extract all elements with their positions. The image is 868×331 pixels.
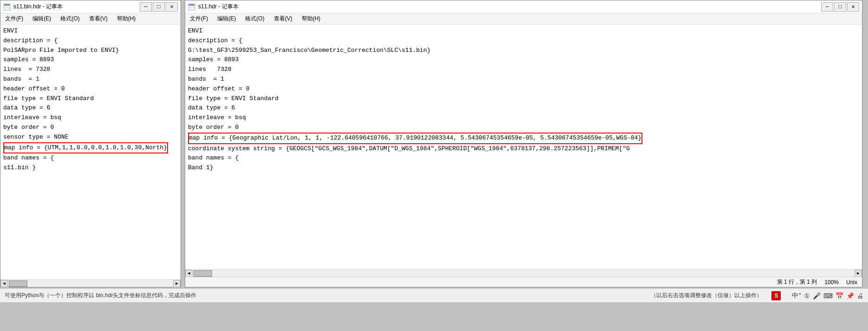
taskbar-icon-mic[interactable]: 🎤	[813, 292, 821, 299]
svg-rect-1	[4, 4, 10, 6]
left-content-area: ENVIdescription = {PolSARpro File Import…	[0, 25, 181, 280]
right-maximize-btn[interactable]: □	[834, 2, 846, 12]
left-scroll-left-arrow[interactable]: ◀	[0, 280, 8, 287]
left-line-5: bands = 1	[3, 75, 178, 84]
right-scrollbar-horizontal[interactable]: ◀ ▶	[185, 269, 862, 277]
right-line-5: bands = 1	[188, 75, 859, 84]
left-line-1: description = {	[3, 36, 178, 46]
left-line-7: file type = ENVI Standard	[3, 94, 178, 104]
right-line-13: band names = {	[188, 153, 859, 163]
right-minimize-btn[interactable]: —	[821, 2, 833, 12]
right-line-7: file type = ENVI Standard	[188, 94, 859, 104]
left-line-0: ENVI	[3, 26, 178, 36]
left-scroll-thumb[interactable]	[9, 280, 27, 287]
right-scroll-thumb[interactable]	[194, 270, 212, 277]
right-menu-edit[interactable]: 编辑(E)	[214, 14, 239, 23]
left-line-9: interleave = bsq	[3, 113, 178, 123]
left-line-2: PolSARpro File Imported to ENVI}	[3, 46, 178, 56]
taskbar-icon-print[interactable]: 🖨	[857, 292, 863, 299]
left-window-title: s11.bin.hdr - 记事本	[13, 3, 63, 11]
left-line-13: band names = {	[3, 153, 178, 163]
right-line-8: data type = 6	[188, 103, 859, 113]
right-window-icon	[188, 3, 195, 11]
right-title-bar: s11.hdr - 记事本 — □ ✕	[185, 0, 862, 13]
left-content-text: ENVIdescription = {PolSARpro File Import…	[3, 26, 178, 173]
left-line-3: samples = 8893	[3, 55, 178, 65]
bottom-left-text: 可使用Python与（一个）控制程序以 bin.hdr头文件坐标信息代码，完成后…	[5, 292, 196, 299]
right-line-2: G:\test_GF3\2599253_San_Francisco\Geomet…	[188, 46, 859, 56]
right-close-btn[interactable]: ✕	[847, 2, 859, 12]
right-content-area: ENVIdescription = {G:\test_GF3\2599253_S…	[185, 25, 862, 269]
left-line-11: sensor type = NONE	[3, 133, 178, 142]
taskbar-icons: 中° ① 🎤 ⌨ 📅 📌 🖨	[792, 292, 863, 300]
right-line-1: description = {	[188, 36, 859, 46]
left-scroll-track[interactable]	[8, 280, 173, 287]
right-line-10: byte order = 0	[188, 123, 859, 133]
left-close-btn[interactable]: ✕	[166, 2, 178, 12]
right-line-12: coordinate system string = {GEOGCS["GCS_…	[188, 144, 859, 154]
taskbar-icon-pin[interactable]: 📌	[846, 292, 854, 299]
right-line-14: Band 1}	[188, 163, 859, 173]
right-content-text: ENVIdescription = {G:\test_GF3\2599253_S…	[188, 26, 859, 173]
right-menu-view[interactable]: 查看(V)	[271, 14, 295, 23]
right-notepad-window: s11.hdr - 记事本 — □ ✕ 文件(F) 编辑(E) 格式(O) 查看…	[185, 0, 862, 287]
left-line-6: header offset = 0	[3, 84, 178, 94]
right-line-11: map info = {Geographic Lat/Lon, 1, 1, -1…	[188, 133, 642, 144]
left-scroll-right-arrow[interactable]: ▶	[173, 280, 181, 287]
taskbar-icon-calendar[interactable]: 📅	[836, 292, 843, 299]
left-menu-view[interactable]: 查看(V)	[86, 14, 110, 23]
right-menu-help[interactable]: 帮助(H)	[299, 14, 324, 23]
right-line-6: header offset = 0	[188, 84, 859, 94]
right-line-3: samples = 8893	[188, 55, 859, 65]
taskbar-icon-zh[interactable]: 中°	[792, 292, 801, 300]
bottom-right-text: （以后右击选项调整修改（仅做）以上操作）	[651, 292, 762, 299]
right-scroll-right-arrow[interactable]: ▶	[855, 270, 862, 277]
left-menu-bar: 文件(F) 编辑(E) 格式(O) 查看(V) 帮助(H)	[0, 13, 181, 25]
left-line-10: byte order = 0	[3, 123, 178, 133]
s-logo: S	[771, 291, 781, 300]
left-maximize-btn[interactable]: □	[153, 2, 165, 12]
right-menu-format[interactable]: 格式(O)	[242, 14, 267, 23]
right-line-9: interleave = bsq	[188, 113, 859, 123]
status-position: 第 1 行，第 1 列	[777, 278, 817, 286]
left-window-controls: — □ ✕	[140, 2, 178, 12]
right-window-controls: — □ ✕	[821, 2, 859, 12]
left-title-bar: s11.bin.hdr - 记事本 — □ ✕	[0, 0, 181, 13]
status-zoom: 100%	[824, 279, 839, 286]
right-scroll-track[interactable]	[193, 270, 855, 277]
right-menu-bar: 文件(F) 编辑(E) 格式(O) 查看(V) 帮助(H)	[185, 13, 862, 25]
left-line-8: data type = 6	[3, 103, 178, 113]
left-menu-format[interactable]: 格式(O)	[58, 14, 82, 23]
status-encoding: Unix	[846, 279, 857, 286]
taskbar-icon-keyboard[interactable]: ⌨	[823, 292, 833, 299]
right-line-4: lines 7328	[188, 65, 859, 75]
left-menu-file[interactable]: 文件(F)	[2, 14, 26, 23]
bottom-info-bar: 可使用Python与（一个）控制程序以 bin.hdr头文件坐标信息代码，完成后…	[0, 288, 868, 302]
right-scroll-left-arrow[interactable]: ◀	[185, 270, 193, 277]
left-line-12: map info = {UTM,1,1,0.0,0.0,1.0,1.0,30,N…	[3, 142, 168, 154]
right-window-title: s11.hdr - 记事本	[198, 3, 239, 11]
left-menu-edit[interactable]: 编辑(E)	[30, 14, 54, 23]
left-menu-help[interactable]: 帮助(H)	[114, 14, 139, 23]
right-line-0: ENVI	[188, 26, 859, 36]
left-notepad-window: s11.bin.hdr - 记事本 — □ ✕ 文件(F) 编辑(E) 格式(O…	[0, 0, 181, 287]
svg-rect-6	[189, 4, 194, 6]
right-menu-file[interactable]: 文件(F)	[187, 14, 211, 23]
right-status-bar: 第 1 行，第 1 列 100% Unix	[185, 277, 862, 287]
left-minimize-btn[interactable]: —	[140, 2, 152, 12]
left-line-4: lines = 7328	[3, 65, 178, 75]
left-line-14: s11.bin }	[3, 163, 178, 173]
taskbar-icon-circle[interactable]: ①	[804, 292, 810, 299]
left-window-icon	[3, 3, 11, 11]
left-scrollbar-horizontal[interactable]: ◀ ▶	[0, 280, 181, 287]
